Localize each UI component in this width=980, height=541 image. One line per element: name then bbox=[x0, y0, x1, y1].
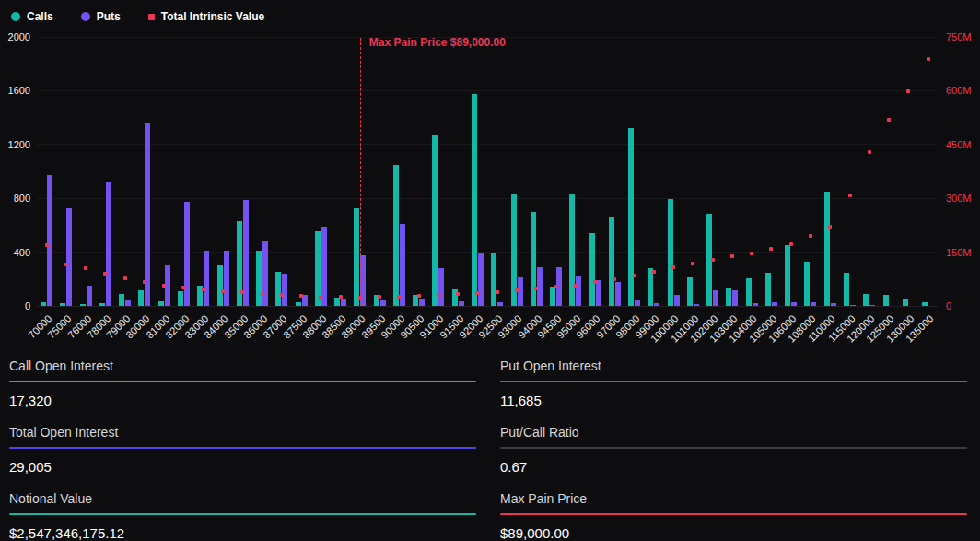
total-intrinsic-value-point[interactable] bbox=[769, 247, 773, 251]
strike-group-100000[interactable]: 100000 bbox=[664, 38, 683, 306]
strike-group-70000[interactable]: 70000 bbox=[37, 38, 56, 306]
strike-group-97000[interactable]: 97000 bbox=[605, 38, 624, 306]
total-intrinsic-value-point[interactable] bbox=[437, 293, 440, 297]
calls-bar[interactable] bbox=[922, 302, 928, 306]
puts-bar[interactable] bbox=[635, 300, 640, 306]
calls-bar[interactable] bbox=[609, 217, 614, 306]
strike-group-94000[interactable]: 94000 bbox=[527, 38, 546, 306]
calls-bar[interactable] bbox=[60, 303, 65, 306]
puts-bar[interactable] bbox=[831, 303, 836, 306]
calls-bar[interactable] bbox=[119, 294, 124, 306]
puts-bar[interactable] bbox=[752, 303, 758, 306]
total-intrinsic-value-point[interactable] bbox=[496, 290, 499, 294]
puts-bar[interactable] bbox=[400, 224, 405, 306]
calls-bar[interactable] bbox=[765, 273, 771, 306]
calls-bar[interactable] bbox=[883, 295, 889, 306]
calls-bar[interactable] bbox=[863, 294, 869, 306]
calls-bar[interactable] bbox=[217, 265, 223, 306]
total-intrinsic-value-point[interactable] bbox=[221, 289, 225, 293]
strike-group-85000[interactable]: 85000 bbox=[233, 38, 252, 306]
strike-group-108000[interactable]: 108000 bbox=[800, 38, 820, 306]
puts-bar[interactable] bbox=[674, 295, 680, 306]
strike-group-91500[interactable]: 91500 bbox=[449, 38, 468, 306]
total-intrinsic-value-point[interactable] bbox=[887, 118, 891, 122]
puts-bar[interactable] bbox=[615, 282, 621, 306]
calls-bar[interactable] bbox=[687, 277, 693, 306]
puts-bar[interactable] bbox=[204, 251, 209, 306]
strike-group-88500[interactable]: 88500 bbox=[331, 38, 350, 306]
puts-bar[interactable] bbox=[184, 202, 190, 306]
puts-bar[interactable] bbox=[419, 299, 425, 306]
total-intrinsic-value-point[interactable] bbox=[691, 262, 694, 265]
strike-group-87000[interactable]: 87000 bbox=[272, 38, 291, 306]
total-intrinsic-value-point[interactable] bbox=[809, 234, 812, 238]
total-intrinsic-value-point[interactable] bbox=[280, 293, 284, 297]
calls-bar[interactable] bbox=[432, 135, 438, 306]
total-intrinsic-value-point[interactable] bbox=[848, 194, 852, 197]
total-intrinsic-value-point[interactable] bbox=[868, 150, 871, 154]
calls-bar[interactable] bbox=[844, 273, 849, 306]
strike-group-92500[interactable]: 92500 bbox=[487, 38, 507, 306]
strike-group-92000[interactable]: 92000 bbox=[468, 38, 487, 306]
total-intrinsic-value-point[interactable] bbox=[750, 252, 753, 255]
total-intrinsic-value-point[interactable] bbox=[397, 295, 401, 299]
total-intrinsic-value-point[interactable] bbox=[181, 286, 185, 289]
total-intrinsic-value-point[interactable] bbox=[534, 287, 538, 290]
legend-item-calls[interactable]: Calls bbox=[11, 10, 53, 23]
strike-group-125000[interactable]: 125000 bbox=[879, 38, 898, 306]
strike-group-76000[interactable]: 76000 bbox=[76, 38, 96, 306]
puts-bar[interactable] bbox=[850, 305, 856, 306]
puts-bar[interactable] bbox=[811, 302, 816, 306]
legend-item-total-intrinsic-value[interactable]: Total Intrinsic Value bbox=[148, 10, 264, 23]
total-intrinsic-value-point[interactable] bbox=[927, 57, 930, 61]
puts-bar[interactable] bbox=[262, 241, 268, 306]
strike-group-93000[interactable]: 93000 bbox=[507, 38, 526, 306]
strike-group-94500[interactable]: 94500 bbox=[546, 38, 566, 306]
strike-group-135000[interactable]: 135000 bbox=[918, 38, 938, 306]
calls-bar[interactable] bbox=[569, 194, 575, 306]
puts-bar[interactable] bbox=[576, 276, 581, 306]
strike-group-75000[interactable]: 75000 bbox=[56, 38, 76, 306]
calls-bar[interactable] bbox=[275, 272, 281, 306]
total-intrinsic-value-point[interactable] bbox=[162, 284, 166, 288]
strike-group-103000[interactable]: 103000 bbox=[722, 38, 741, 306]
calls-bar[interactable] bbox=[589, 233, 595, 306]
calls-bar[interactable] bbox=[824, 192, 830, 306]
total-intrinsic-value-point[interactable] bbox=[789, 242, 793, 246]
total-intrinsic-value-point[interactable] bbox=[906, 89, 910, 93]
strike-group-99000[interactable]: 99000 bbox=[644, 38, 663, 306]
puts-bar[interactable] bbox=[224, 251, 229, 306]
total-intrinsic-value-point[interactable] bbox=[64, 263, 68, 266]
total-intrinsic-value-point[interactable] bbox=[358, 296, 362, 300]
calls-bar[interactable] bbox=[472, 94, 477, 306]
total-intrinsic-value-point[interactable] bbox=[261, 292, 264, 296]
strike-group-96000[interactable]: 96000 bbox=[585, 38, 604, 306]
puts-bar[interactable] bbox=[791, 302, 797, 306]
calls-bar[interactable] bbox=[393, 165, 399, 306]
strike-group-79000[interactable]: 79000 bbox=[115, 38, 134, 306]
puts-bar[interactable] bbox=[47, 175, 52, 306]
puts-bar[interactable] bbox=[341, 299, 346, 306]
strike-group-130000[interactable]: 130000 bbox=[899, 38, 918, 306]
puts-bar[interactable] bbox=[106, 182, 111, 306]
total-intrinsic-value-point[interactable] bbox=[240, 290, 244, 294]
calls-bar[interactable] bbox=[746, 278, 752, 306]
calls-bar[interactable] bbox=[41, 302, 46, 306]
calls-bar[interactable] bbox=[726, 288, 731, 306]
strike-group-84000[interactable]: 84000 bbox=[213, 38, 232, 306]
strike-group-80000[interactable]: 80000 bbox=[134, 38, 154, 306]
total-intrinsic-value-point[interactable] bbox=[378, 295, 381, 299]
strike-group-82000[interactable]: 82000 bbox=[174, 38, 193, 306]
calls-bar[interactable] bbox=[138, 290, 144, 306]
strike-group-81000[interactable]: 81000 bbox=[155, 38, 174, 306]
strike-group-110000[interactable]: 110000 bbox=[821, 38, 840, 306]
puts-bar[interactable] bbox=[654, 303, 659, 306]
total-intrinsic-value-point[interactable] bbox=[103, 272, 107, 276]
calls-bar[interactable] bbox=[99, 303, 105, 306]
strike-group-106000[interactable]: 106000 bbox=[781, 38, 800, 306]
calls-bar[interactable] bbox=[550, 287, 555, 306]
puts-bar[interactable] bbox=[772, 302, 777, 306]
total-intrinsic-value-point[interactable] bbox=[515, 288, 519, 292]
total-intrinsic-value-point[interactable] bbox=[828, 225, 832, 229]
strike-group-90500[interactable]: 90500 bbox=[409, 38, 428, 306]
